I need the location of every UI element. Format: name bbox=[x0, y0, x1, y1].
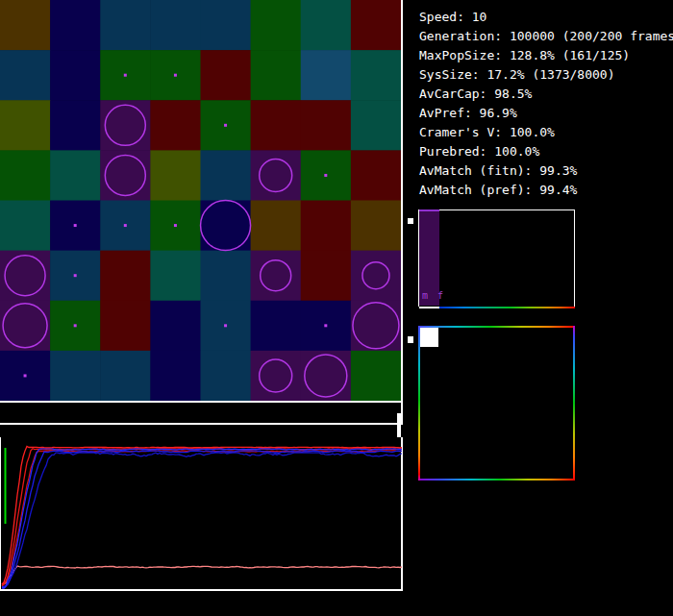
creature-dot bbox=[174, 224, 177, 227]
series-red-2 bbox=[2, 449, 402, 586]
grid-cell bbox=[150, 150, 201, 201]
grid-cell bbox=[251, 351, 302, 401]
grid-cell bbox=[0, 50, 51, 101]
grid-cell bbox=[251, 0, 302, 51]
grid-cell bbox=[201, 351, 252, 401]
stat-line: Generation: 100000 (200/200 frames) bbox=[419, 27, 673, 46]
grid-cell bbox=[0, 100, 51, 151]
grid-cell bbox=[100, 150, 151, 201]
grid-bottom-border bbox=[0, 401, 403, 403]
grid-cell bbox=[351, 351, 401, 401]
grid-cell bbox=[150, 0, 201, 51]
stat-line: AvPref: 96.9% bbox=[419, 104, 673, 123]
app-root: Speed: 10Generation: 100000 (200/200 fra… bbox=[0, 0, 673, 616]
grid-cell bbox=[301, 351, 352, 401]
creature-dot bbox=[74, 274, 77, 277]
trait-matrix-panel bbox=[418, 326, 575, 480]
histogram-baseline bbox=[419, 307, 439, 308]
grid-cell bbox=[301, 100, 352, 151]
grid-cell bbox=[301, 251, 352, 302]
grid-cell bbox=[301, 201, 352, 252]
grid-cell bbox=[0, 201, 51, 252]
sex-axis-label: m f bbox=[422, 290, 445, 301]
timeline-track[interactable] bbox=[0, 423, 401, 425]
grid-cell bbox=[251, 201, 302, 252]
series-red-1 bbox=[2, 446, 402, 584]
stat-line: SysSize: 17.2% (1373/8000) bbox=[419, 65, 673, 85]
grid-cell bbox=[50, 150, 101, 201]
matrix-left-color-axis bbox=[418, 326, 420, 480]
grid-cell bbox=[0, 150, 51, 201]
matrix-bottom-color-axis bbox=[418, 479, 575, 480]
history-chart-panel bbox=[0, 437, 403, 591]
grid-cell bbox=[150, 251, 201, 302]
timeline-playhead[interactable] bbox=[397, 413, 401, 437]
grid-cell bbox=[50, 100, 101, 151]
series-red-3 bbox=[2, 451, 402, 586]
matrix-highlight-cell bbox=[420, 328, 438, 347]
grid-cell bbox=[201, 251, 252, 302]
grid-cell bbox=[351, 50, 401, 101]
grid-cell bbox=[201, 50, 252, 101]
grid-cell bbox=[351, 0, 401, 51]
creature-dot bbox=[324, 174, 327, 177]
grid-cell bbox=[50, 351, 101, 401]
creature-dot bbox=[174, 74, 177, 77]
matrix-axis-tick bbox=[408, 336, 413, 343]
grid-cell bbox=[100, 351, 151, 401]
grid-cell bbox=[100, 0, 151, 51]
creature-dot bbox=[224, 124, 227, 127]
grid-cell bbox=[251, 50, 302, 101]
creature-dot bbox=[74, 224, 77, 227]
stat-line: Cramer's V: 100.0% bbox=[419, 123, 673, 142]
grid-cell bbox=[100, 100, 151, 151]
grid-cell bbox=[251, 150, 302, 201]
stat-line: MaxPopSize: 128.8% (161/125) bbox=[419, 46, 673, 65]
grid-cell bbox=[201, 0, 252, 51]
grid-cell bbox=[351, 150, 401, 201]
creature-dot bbox=[74, 324, 77, 327]
grid-cell bbox=[100, 251, 151, 302]
grid-cell bbox=[351, 301, 401, 352]
grid-cell bbox=[351, 251, 401, 302]
grid-cell bbox=[100, 301, 151, 352]
creature-dot bbox=[24, 374, 27, 377]
grid-cell bbox=[251, 251, 302, 302]
stat-line: Purebred: 100.0% bbox=[419, 142, 673, 161]
matrix-top-color-axis bbox=[418, 326, 575, 328]
grid-cell bbox=[301, 50, 352, 101]
grid-cell bbox=[0, 251, 51, 302]
grid-cell bbox=[50, 0, 101, 51]
grid-cell bbox=[150, 100, 201, 151]
stat-line: Speed: 10 bbox=[419, 8, 673, 27]
grid-cell bbox=[150, 351, 201, 401]
grid-cell bbox=[50, 50, 101, 101]
series-sys-size bbox=[2, 566, 402, 584]
grid-cell bbox=[150, 301, 201, 352]
grid-cell bbox=[301, 0, 352, 51]
sex-histogram-panel: m f bbox=[418, 209, 575, 307]
grid-cell bbox=[0, 301, 51, 352]
grid-cell bbox=[0, 0, 51, 51]
grid-cell bbox=[251, 100, 302, 151]
grid-cell bbox=[201, 150, 252, 201]
world-grid bbox=[0, 0, 401, 401]
history-chart bbox=[1, 437, 402, 589]
stat-line: AvMatch (pref): 99.4% bbox=[419, 181, 673, 200]
grid-right-border bbox=[401, 0, 403, 425]
histogram-axis-tick bbox=[408, 218, 413, 224]
matrix-right-color-axis bbox=[573, 326, 575, 480]
creature-dot bbox=[224, 324, 227, 327]
grid-cell bbox=[351, 100, 401, 151]
grid-cell bbox=[351, 201, 401, 252]
creature-dot bbox=[124, 74, 127, 77]
creature-dot bbox=[324, 324, 327, 327]
grid-cell bbox=[251, 301, 302, 352]
stat-line: AvMatch (fitn): 99.3% bbox=[419, 161, 673, 181]
creature-dot bbox=[124, 224, 127, 227]
stat-line: AvCarCap: 98.5% bbox=[419, 85, 673, 104]
stats-panel: Speed: 10Generation: 100000 (200/200 fra… bbox=[419, 8, 673, 200]
histogram-color-scale-axis bbox=[439, 307, 575, 308]
